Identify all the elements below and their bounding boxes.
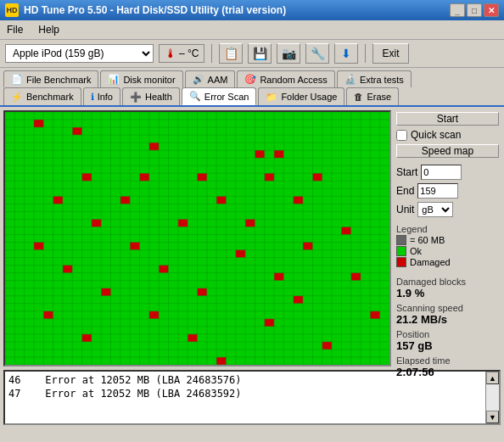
svg-rect-36 [322, 342, 332, 350]
svg-rect-31 [149, 311, 159, 319]
log-text-0: Error at 12052 MB (LBA 24683576) [45, 374, 241, 386]
copy-button[interactable]: 📋 [219, 43, 243, 64]
position-value: 157 gB [396, 339, 499, 352]
tabs-row2: ⚡ Benchmark ℹ Info ➕ Health 🔍 Error Scan… [0, 87, 504, 107]
start-value-input[interactable] [421, 165, 462, 180]
menu-help[interactable]: Help [35, 22, 63, 37]
svg-rect-28 [198, 288, 207, 296]
menu-file[interactable]: File [3, 22, 26, 37]
svg-rect-1 [34, 120, 43, 127]
window-controls[interactable]: _ □ ✕ [450, 3, 499, 17]
save-button[interactable]: 💾 [248, 43, 272, 64]
svg-rect-9 [265, 173, 274, 181]
svg-rect-33 [265, 319, 274, 327]
tab-file-benchmark[interactable]: 📄 File Benchmark [3, 70, 98, 87]
scroll-up-button[interactable]: ▲ [486, 372, 499, 384]
svg-rect-6 [82, 173, 92, 181]
tab-aam[interactable]: 🔊 AAM [185, 70, 236, 87]
svg-rect-29 [294, 296, 303, 304]
drive-select[interactable]: Apple iPod (159 gB) [5, 44, 154, 63]
menu-bar: File Help [0, 20, 504, 40]
unit-label: Unit [396, 204, 414, 215]
svg-rect-7 [140, 173, 149, 181]
scan-grid-area [3, 110, 391, 366]
svg-rect-26 [351, 273, 361, 281]
svg-rect-10 [312, 173, 322, 181]
svg-rect-24 [159, 266, 168, 273]
extra-tests-icon: 🔬 [344, 74, 356, 85]
start-button[interactable]: Start [396, 112, 499, 126]
legend-item-damaged: Damaged [396, 257, 499, 267]
log-list: 46 Error at 12052 MB (LBA 24683576) 47 E… [5, 372, 485, 423]
app-icon: HD [5, 3, 19, 17]
file-benchmark-icon: 📄 [11, 74, 23, 85]
damaged-blocks-value: 1.9 % [396, 287, 499, 299]
legend-item-ok: Ok [396, 246, 499, 256]
legend-label-ok: Ok [410, 246, 422, 256]
stats-section: Damaged blocks 1.9 % Scanning speed 21.2… [396, 277, 499, 378]
tab-error-scan[interactable]: 🔍 Error Scan [182, 87, 257, 105]
end-field-label: End [396, 185, 414, 197]
scan-grid-svg [5, 112, 389, 365]
svg-rect-21 [303, 243, 312, 250]
camera-button[interactable]: 📷 [277, 43, 300, 64]
svg-rect-17 [245, 219, 255, 227]
speed-map-button[interactable]: Speed map [396, 144, 499, 158]
svg-rect-25 [274, 273, 283, 281]
scroll-track[interactable] [486, 384, 499, 411]
log-text-1: Error at 12052 MB (LBA 24683592) [45, 388, 241, 400]
svg-rect-37 [216, 357, 226, 365]
scroll-down-button[interactable]: ▼ [486, 411, 499, 423]
svg-rect-34 [82, 334, 92, 342]
svg-rect-14 [294, 196, 303, 204]
quick-scan-checkbox[interactable] [396, 130, 407, 141]
aam-icon: 🔊 [193, 74, 204, 85]
legend-label-60mb: = 60 MB [410, 235, 445, 245]
svg-rect-27 [101, 288, 110, 296]
tab-info[interactable]: ℹ Info [83, 87, 120, 105]
download-button[interactable]: ⬇ [334, 43, 358, 64]
svg-rect-32 [370, 311, 379, 319]
quick-scan-label: Quick scan [411, 129, 461, 141]
minimize-button[interactable]: _ [450, 3, 465, 17]
error-scan-icon: 🔍 [189, 91, 201, 102]
temperature-display: 🌡 – °C [159, 44, 204, 63]
maximize-button[interactable]: □ [467, 3, 482, 17]
tab-disk-monitor[interactable]: 📊 Disk monitor [100, 70, 182, 87]
svg-rect-22 [236, 250, 245, 258]
svg-rect-13 [216, 196, 226, 204]
random-access-icon: 🎯 [244, 74, 256, 85]
tab-folder-usage[interactable]: 📁 Folder Usage [258, 87, 344, 105]
unit-select[interactable]: gB MB [417, 202, 453, 217]
damaged-blocks-label: Damaged blocks [396, 277, 499, 287]
end-field-row: End [396, 183, 499, 199]
close-button[interactable]: ✕ [484, 3, 499, 17]
toolbar: Apple iPod (159 gB) 🌡 – °C 📋 💾 📷 🔧 ⬇ Exi… [0, 40, 504, 68]
tab-random-access[interactable]: 🎯 Random Access [237, 70, 334, 87]
legend-section: Legend = 60 MB Ok Damaged [396, 224, 499, 268]
info-icon: ℹ [91, 92, 94, 103]
exit-button[interactable]: Exit [372, 43, 408, 64]
legend-item-60mb: = 60 MB [396, 235, 499, 245]
scanning-speed-value: 21.2 MB/s [396, 313, 499, 326]
settings-button[interactable]: 🔧 [305, 43, 329, 64]
tab-benchmark[interactable]: ⚡ Benchmark [3, 87, 81, 105]
log-scrollbar[interactable]: ▲ ▼ [485, 372, 499, 423]
benchmark-icon: ⚡ [11, 92, 23, 103]
svg-rect-12 [120, 196, 130, 204]
log-entry-1: 47 Error at 12052 MB (LBA 24683592) [8, 387, 482, 400]
tab-extra-tests[interactable]: 🔬 Extra tests [337, 70, 412, 87]
tab-health[interactable]: ➕ Health [122, 87, 180, 105]
disk-monitor-icon: 📊 [108, 74, 120, 85]
tab-erase[interactable]: 🗑 Erase [346, 87, 399, 105]
svg-rect-30 [43, 311, 53, 319]
erase-icon: 🗑 [354, 92, 363, 102]
log-num-1: 47 [8, 388, 20, 400]
scanning-speed-label: Scanning speed [396, 303, 499, 313]
svg-rect-18 [341, 227, 350, 234]
svg-rect-19 [34, 243, 43, 250]
legend-color-60mb [396, 235, 406, 245]
unit-field-row: Unit gB MB [396, 202, 499, 217]
quick-scan-row: Quick scan [396, 129, 499, 141]
end-value-input[interactable] [417, 183, 458, 199]
